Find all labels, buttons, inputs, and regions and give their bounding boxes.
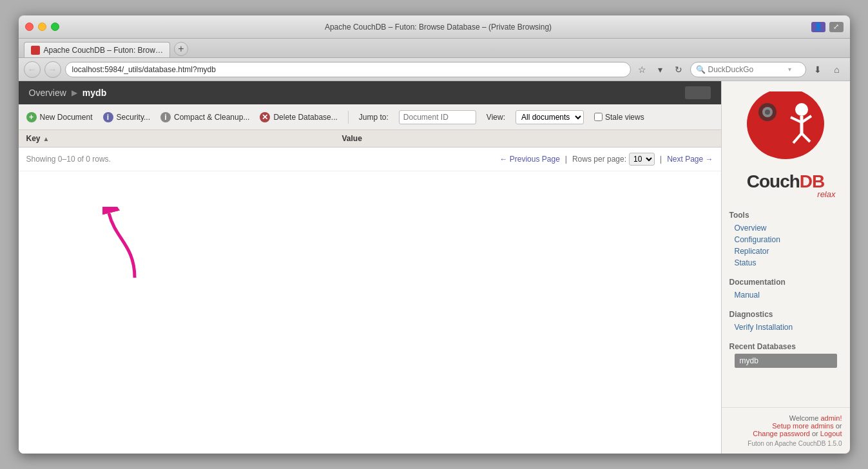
setup-admins-link[interactable]: Setup more admins (772, 422, 833, 430)
svg-point-1 (747, 91, 824, 159)
rows-per-page-select[interactable]: 10 (629, 153, 655, 166)
breadcrumb-current: mydb (82, 88, 106, 98)
reload-icon[interactable]: ↻ (671, 62, 686, 77)
couchdb-logo-graphic (740, 91, 831, 169)
theme-toggle[interactable] (685, 86, 711, 99)
sidebar-link-configuration[interactable]: Configuration (729, 234, 842, 245)
content-panel: Key ▲ Value Showing 0–10 of 0 rows. ← Pr… (19, 130, 721, 454)
breadcrumb-overview[interactable]: Overview (29, 88, 66, 98)
view-label: View: (487, 113, 505, 122)
main-area: Overview ▶ mydb + New Document i Securit… (19, 81, 850, 454)
url-bar[interactable] (65, 62, 631, 77)
new-document-label: New Document (40, 113, 93, 122)
security-icon: i (103, 112, 113, 122)
table-area: Key ▲ Value Showing 0–10 of 0 rows. ← Pr… (19, 130, 721, 454)
security-button[interactable]: i Security... (103, 112, 150, 122)
sidebar-link-status[interactable]: Status (729, 257, 842, 269)
footer-links: Setup more admins or (729, 422, 842, 430)
pipe-separator: | (565, 155, 567, 164)
title-bar: Apache CouchDB – Futon: Browse Database … (19, 15, 850, 39)
value-column-header: Value (342, 134, 362, 143)
close-button[interactable] (25, 23, 34, 31)
bookmark-manage-icon[interactable]: ▾ (653, 62, 668, 77)
recent-db-mydb[interactable]: mydb (735, 354, 837, 368)
sidebar-docs-section: Documentation Manual (722, 271, 850, 303)
jump-to-input[interactable] (399, 110, 476, 124)
resize-icon[interactable]: ⤢ (829, 22, 844, 32)
new-document-icon: + (26, 112, 37, 122)
back-button[interactable]: ← (24, 61, 41, 78)
prev-page-link[interactable]: ← Previous Page (499, 155, 559, 164)
or1-text: or (836, 422, 842, 430)
toolbar: + New Document i Security... i Compact &… (19, 104, 721, 130)
version-note: Futon on Apache CouchDB 1.5.0 (729, 440, 842, 447)
key-column-header[interactable]: Key ▲ (26, 134, 342, 143)
search-bar[interactable]: 🔍 ▾ (690, 62, 806, 77)
tab-bar: Apache CouchDB – Futon: Brow… + (19, 39, 850, 58)
welcome-text: Welcome admin! (729, 414, 842, 422)
svg-point-2 (795, 103, 808, 116)
pagination: ← Previous Page | Rows per page: 10 | Ne… (499, 153, 713, 166)
nav-icons: ☆ ▾ ↻ (635, 62, 686, 77)
download-icon[interactable]: ⬇ (810, 62, 825, 77)
window-title: Apache CouchDB – Futon: Browse Database … (66, 23, 811, 32)
title-right-icons: 👤 ⤢ (811, 22, 844, 32)
bookmark-icon[interactable]: ☆ (635, 62, 650, 77)
nav-bar: ← → ☆ ▾ ↻ 🔍 ▾ ⬇ ⌂ (19, 58, 850, 81)
sidebar-link-replicator[interactable]: Replicator (729, 245, 842, 257)
rows-per-page: Rows per page: 10 (572, 153, 655, 166)
forward-button[interactable]: → (44, 61, 61, 78)
minimize-button[interactable] (38, 23, 46, 31)
private-browsing-icon: 👤 (811, 22, 825, 32)
stale-views-checkbox[interactable] (594, 113, 603, 121)
jump-to-label: Jump to: (359, 113, 389, 122)
rows-per-page-label: Rows per page: (572, 155, 626, 164)
sidebar-recent-section: Recent Databases mydb (722, 336, 850, 372)
pipe-separator-2: | (660, 155, 662, 164)
sidebar-footer: Welcome admin! Setup more admins or Chan… (722, 407, 850, 454)
or2-text: or (812, 430, 818, 437)
next-page-link[interactable]: Next Page → (667, 155, 713, 164)
maximize-button[interactable] (51, 23, 59, 31)
window-controls (25, 23, 59, 31)
sidebar-link-overview[interactable]: Overview (729, 222, 842, 234)
sidebar-link-manual[interactable]: Manual (729, 289, 842, 301)
active-tab[interactable]: Apache CouchDB – Futon: Brow… (24, 42, 170, 57)
tab-label: Apache CouchDB – Futon: Brow… (44, 46, 163, 55)
content-wrapper: Overview ▶ mydb + New Document i Securit… (19, 81, 721, 454)
sidebar-tools-section: Tools Overview Configuration Replicator … (722, 204, 850, 271)
delete-database-button[interactable]: ✕ Delete Database... (260, 112, 337, 122)
svg-point-10 (765, 110, 770, 115)
username-link[interactable]: admin! (820, 414, 842, 422)
security-label: Security... (117, 113, 150, 122)
compact-icon: i (160, 112, 171, 122)
showing-row: Showing 0–10 of 0 rows. ← Previous Page … (19, 148, 721, 171)
compact-label: Compact & Cleanup... (174, 113, 249, 122)
tools-section-title: Tools (729, 211, 842, 220)
welcome-label: Welcome (789, 414, 819, 422)
sort-arrow-icon: ▲ (43, 135, 50, 142)
new-document-button[interactable]: + New Document (26, 112, 93, 122)
sidebar-diagnostics-section: Diagnostics Verify Installation (722, 303, 850, 336)
compact-cleanup-button[interactable]: i Compact & Cleanup... (160, 112, 249, 122)
search-arrow-icon: ▾ (788, 66, 791, 73)
recent-section-title: Recent Databases (729, 342, 842, 351)
change-password-link[interactable]: Change password (753, 430, 810, 437)
logo-text: Couch DB (747, 171, 825, 192)
logout-link[interactable]: Logout (820, 430, 842, 437)
delete-label: Delete Database... (273, 113, 337, 122)
home-icon[interactable]: ⌂ (829, 62, 845, 77)
view-select[interactable]: All documents (516, 110, 584, 124)
sidebar-link-verify[interactable]: Verify Installation (729, 321, 842, 333)
new-tab-button[interactable]: + (174, 42, 188, 56)
stale-views-label: Stale views (594, 113, 644, 122)
tab-favicon (31, 46, 40, 55)
search-provider-icon: 🔍 (696, 65, 706, 74)
diagnostics-section-title: Diagnostics (729, 310, 842, 319)
docs-section-title: Documentation (729, 278, 842, 287)
breadcrumb-bar: Overview ▶ mydb (19, 81, 721, 104)
logo-couch: Couch (747, 171, 800, 192)
delete-icon: ✕ (260, 112, 270, 122)
search-input[interactable] (708, 65, 786, 74)
sidebar-logo: Couch DB relax (722, 81, 850, 204)
